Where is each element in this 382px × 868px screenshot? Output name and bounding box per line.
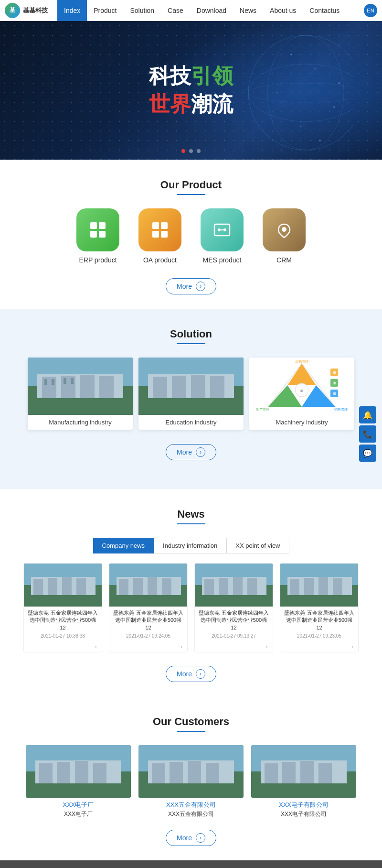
nav-item-contactus[interactable]: Contactus bbox=[303, 0, 346, 21]
svg-rect-102 bbox=[265, 763, 278, 783]
products-more-wrapper: More › bbox=[10, 273, 372, 294]
svg-rect-67 bbox=[119, 579, 128, 595]
svg-rect-18 bbox=[161, 231, 168, 238]
svg-text:采购管理: 采购管理 bbox=[295, 360, 308, 363]
solution-machinery-diagram: ⊞ 采购管理 生产管理 销售管理 ⊞ ⊞ ⊞ bbox=[249, 358, 354, 415]
news-card-2[interactable]: 壁德东莞 五金家居连续四年入选中国制造业民营企业500强12 2021-01-2… bbox=[109, 563, 188, 652]
hero-dot-3[interactable] bbox=[197, 149, 201, 153]
nav-item-index[interactable]: Index bbox=[57, 0, 87, 21]
svg-rect-38 bbox=[153, 377, 167, 398]
news-card-1[interactable]: 壁德东莞 五金家居连续四年入选中国制造业民营企业500强12 2021-01-2… bbox=[23, 563, 102, 652]
product-mes-label: MES product bbox=[201, 256, 244, 264]
news-more-icon: › bbox=[196, 669, 205, 679]
news-tab-view[interactable]: XX point of view bbox=[226, 538, 289, 553]
hero-banner: 科技引领 世界潮流 bbox=[0, 21, 382, 160]
customers-more-button[interactable]: More › bbox=[166, 830, 216, 846]
nav-item-product[interactable]: Product bbox=[87, 0, 123, 21]
nav-item-aboutus[interactable]: About us bbox=[263, 0, 303, 21]
svg-rect-91 bbox=[93, 763, 106, 783]
svg-rect-70 bbox=[162, 578, 171, 595]
news-card-2-arrow[interactable]: → bbox=[109, 641, 187, 652]
svg-rect-104 bbox=[300, 761, 314, 783]
hero-pagination bbox=[181, 149, 201, 153]
svg-rect-12 bbox=[99, 222, 106, 229]
solution-card-manufacturing-img bbox=[28, 358, 133, 415]
language-toggle[interactable]: EN bbox=[364, 4, 377, 17]
customer-card-1-img bbox=[26, 745, 131, 798]
product-erp-label: ERP product bbox=[76, 256, 119, 264]
customer-card-1[interactable]: XXX电子厂 XXX电子厂 bbox=[26, 745, 131, 818]
customer-card-3-link[interactable]: XXX电子有限公司 bbox=[251, 801, 356, 809]
svg-rect-95 bbox=[152, 763, 165, 783]
hero-dot-1[interactable] bbox=[181, 149, 185, 153]
svg-rect-68 bbox=[133, 578, 143, 595]
news-underline bbox=[177, 523, 205, 524]
solution-card-manufacturing[interactable]: Manufacturing industry bbox=[28, 358, 133, 430]
news-cards: 壁德东莞 五金家居连续四年入选中国制造业民营企业500强12 2021-01-2… bbox=[10, 563, 372, 652]
customer-card-2[interactable]: XXX五金有限公司 XXX五金有限公司 bbox=[138, 745, 244, 818]
products-grid: ERP product OA product MES product CRM bbox=[10, 208, 372, 264]
svg-rect-82 bbox=[304, 578, 314, 595]
news-card-1-img bbox=[24, 564, 102, 607]
products-title: Our Product bbox=[10, 179, 372, 191]
svg-rect-34 bbox=[71, 378, 74, 384]
hero-dot-2[interactable] bbox=[189, 149, 193, 153]
product-crm[interactable]: CRM bbox=[263, 208, 306, 264]
news-card-3-img bbox=[195, 564, 273, 607]
news-card-2-img bbox=[109, 564, 187, 607]
products-more-button[interactable]: More › bbox=[166, 278, 216, 294]
news-card-1-body: 壁德东莞 五金家居连续四年入选中国制造业民营企业500强12 2021-01-2… bbox=[24, 607, 102, 641]
news-card-2-body: 壁德东莞 五金家居连续四年入选中国制造业民营企业500强12 2021-01-2… bbox=[109, 607, 187, 641]
logo[interactable]: 基 基基科技 bbox=[5, 3, 48, 18]
svg-rect-29 bbox=[80, 375, 95, 398]
solution-section: Solution Manufacturing in bbox=[0, 309, 382, 489]
solution-card-machinery[interactable]: ⊞ 采购管理 生产管理 销售管理 ⊞ ⊞ ⊞ Machinery industr… bbox=[249, 358, 354, 430]
nav-item-case[interactable]: Case bbox=[161, 0, 190, 21]
news-card-1-arrow[interactable]: → bbox=[24, 641, 102, 652]
customer-card-3-name: XXX电子有限公司 bbox=[251, 810, 356, 818]
svg-point-5 bbox=[315, 68, 316, 70]
notification-button[interactable]: 🔔 bbox=[359, 406, 376, 423]
svg-rect-41 bbox=[210, 376, 224, 398]
customer-card-2-link[interactable]: XXX五金有限公司 bbox=[138, 801, 244, 809]
chat-button[interactable]: 💬 bbox=[359, 445, 376, 462]
news-card-3-title: 壁德东莞 五金家居连续四年入选中国制造业民营企业500强12 bbox=[199, 609, 269, 631]
news-card-3[interactable]: 壁德东莞 五金家居连续四年入选中国制造业民营企业500强12 2021-01-2… bbox=[194, 563, 273, 652]
news-card-4-arrow[interactable]: → bbox=[280, 641, 358, 652]
news-tab-company[interactable]: Company news bbox=[93, 538, 154, 553]
news-card-4[interactable]: 壁德东莞 五金家居连续四年入选中国制造业民营企业500强12 2021-01-2… bbox=[280, 563, 359, 652]
footer-nav: Index Product ERP product OA product MES… bbox=[0, 860, 382, 868]
side-buttons: 🔔 📞 💬 bbox=[359, 406, 376, 462]
svg-rect-60 bbox=[33, 579, 43, 595]
customer-card-1-link[interactable]: XXX电子厂 bbox=[26, 801, 131, 809]
solution-more-icon: › bbox=[196, 447, 205, 457]
customer-card-3[interactable]: XXX电子有限公司 XXX电子有限公司 bbox=[251, 745, 356, 818]
svg-point-23 bbox=[282, 227, 286, 232]
product-oa[interactable]: OA product bbox=[138, 208, 181, 264]
svg-point-10 bbox=[319, 140, 321, 141]
products-more-icon: › bbox=[196, 282, 205, 291]
nav-item-news[interactable]: News bbox=[233, 0, 263, 21]
svg-point-1 bbox=[267, 35, 344, 150]
svg-rect-74 bbox=[204, 579, 214, 595]
phone-button[interactable]: 📞 bbox=[359, 425, 376, 443]
solution-more-wrapper: More › bbox=[10, 439, 372, 460]
news-tab-industry[interactable]: Industry information bbox=[154, 538, 226, 553]
solution-more-label: More bbox=[177, 448, 192, 456]
nav-item-solution[interactable]: Solution bbox=[124, 0, 161, 21]
nav-item-download[interactable]: Download bbox=[190, 0, 233, 21]
news-card-2-date: 2021-01-27 09:24:05 bbox=[113, 633, 183, 639]
customers-more-wrapper: More › bbox=[10, 825, 372, 846]
news-more-button[interactable]: More › bbox=[166, 666, 216, 682]
product-erp[interactable]: ERP product bbox=[76, 208, 119, 264]
svg-rect-31 bbox=[44, 379, 47, 385]
news-card-4-img bbox=[280, 564, 358, 607]
customers-more-label: More bbox=[177, 834, 192, 842]
svg-rect-62 bbox=[62, 577, 72, 595]
svg-point-7 bbox=[276, 92, 278, 94]
solution-card-education[interactable]: Education industry bbox=[138, 358, 244, 430]
news-card-3-arrow[interactable]: → bbox=[195, 641, 273, 652]
product-mes[interactable]: MES product bbox=[201, 208, 244, 264]
svg-rect-32 bbox=[52, 379, 54, 385]
solution-more-button[interactable]: More › bbox=[166, 444, 216, 460]
